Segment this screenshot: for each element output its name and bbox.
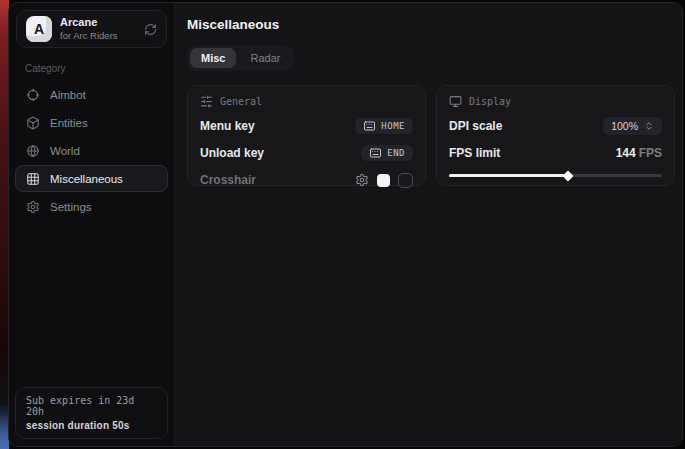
dpi-scale-row: DPI scale 100% — [449, 117, 662, 135]
unload-key-label: Unload key — [200, 146, 264, 160]
cards-row: General Menu key HOME Unload key — [187, 85, 675, 186]
crosshair-row: Crosshair — [200, 171, 413, 189]
menu-key-value: HOME — [381, 121, 405, 131]
sidebar: A Arcane for Arc Riders Category Aimbot — [9, 3, 175, 446]
app-subtitle: for Arc Riders — [60, 30, 118, 42]
session-duration-text: session duration 50s — [26, 420, 157, 431]
sidebar-item-aimbot[interactable]: Aimbot — [15, 81, 168, 108]
sidebar-item-label: Settings — [50, 201, 92, 213]
fps-unit: FPS — [639, 146, 662, 160]
brand-text: Arcane for Arc Riders — [60, 16, 118, 42]
sidebar-item-label: Entities — [50, 117, 88, 129]
sidebar-item-entities[interactable]: Entities — [15, 109, 168, 136]
general-card: General Menu key HOME Unload key — [187, 85, 426, 186]
category-label: Category — [25, 63, 174, 74]
fps-limit-value: 144FPS — [616, 146, 662, 160]
display-card-title: Display — [469, 96, 511, 107]
fps-limit-row: FPS limit 144FPS — [449, 144, 662, 162]
unload-key-bind-button[interactable]: END — [361, 145, 413, 161]
monitor-icon — [449, 95, 462, 108]
refresh-icon[interactable] — [144, 23, 157, 36]
sub-expiry-text: Sub expires in 23d 20h — [26, 395, 157, 417]
app-name: Arcane — [60, 16, 118, 30]
crosshair-controls — [355, 173, 413, 188]
dpi-scale-label: DPI scale — [449, 119, 502, 133]
menu-key-label: Menu key — [200, 119, 255, 133]
tab-bar: Misc Radar — [187, 45, 294, 71]
gear-icon — [26, 200, 40, 214]
sidebar-item-miscellaneous[interactable]: Miscellaneous — [15, 165, 168, 192]
display-card: Display DPI scale 100% FPS limit 144FPS — [436, 85, 675, 186]
grid-icon — [26, 172, 40, 186]
crosshair-label: Crosshair — [200, 173, 256, 187]
sidebar-item-label: Aimbot — [50, 89, 86, 101]
unload-key-value: END — [387, 148, 405, 158]
dpi-scale-value: 100% — [611, 120, 638, 132]
app-window: A Arcane for Arc Riders Category Aimbot — [8, 2, 683, 447]
unload-key-row: Unload key END — [200, 144, 413, 162]
menu-key-bind-button[interactable]: HOME — [355, 118, 413, 134]
crosshair-icon — [26, 88, 40, 102]
general-card-header: General — [200, 95, 413, 108]
display-card-header: Display — [449, 95, 662, 108]
sidebar-nav: Aimbot Entities World Miscellaneous — [9, 81, 174, 220]
globe-icon — [26, 144, 40, 158]
fps-slider-thumb[interactable] — [563, 170, 574, 181]
main-content: Miscellaneous Misc Radar General Menu ke… — [175, 3, 683, 446]
chevrons-up-down-icon — [644, 121, 654, 131]
keyboard-icon — [369, 148, 382, 158]
sliders-icon — [200, 95, 213, 108]
menu-key-row: Menu key HOME — [200, 117, 413, 135]
fps-slider[interactable] — [449, 171, 662, 180]
fps-slider-fill — [449, 174, 568, 177]
brand-card: A Arcane for Arc Riders — [16, 10, 167, 48]
page-title: Miscellaneous — [187, 17, 675, 32]
keyboard-icon — [363, 121, 376, 131]
tab-misc[interactable]: Misc — [190, 48, 236, 68]
fps-limit-label: FPS limit — [449, 146, 500, 160]
box-icon — [26, 116, 40, 130]
sidebar-item-label: World — [50, 145, 80, 157]
app-logo: A — [26, 16, 52, 42]
crosshair-checkbox[interactable] — [398, 173, 413, 188]
subscription-info-card: Sub expires in 23d 20h session duration … — [15, 387, 168, 439]
tab-radar[interactable]: Radar — [239, 48, 291, 68]
crosshair-settings-gear-icon[interactable] — [355, 173, 369, 187]
sidebar-item-world[interactable]: World — [15, 137, 168, 164]
dpi-scale-select[interactable]: 100% — [603, 117, 662, 135]
crosshair-color-swatch[interactable] — [377, 174, 390, 187]
sidebar-item-settings[interactable]: Settings — [15, 193, 168, 220]
general-card-title: General — [220, 96, 262, 107]
sidebar-item-label: Miscellaneous — [50, 173, 123, 185]
